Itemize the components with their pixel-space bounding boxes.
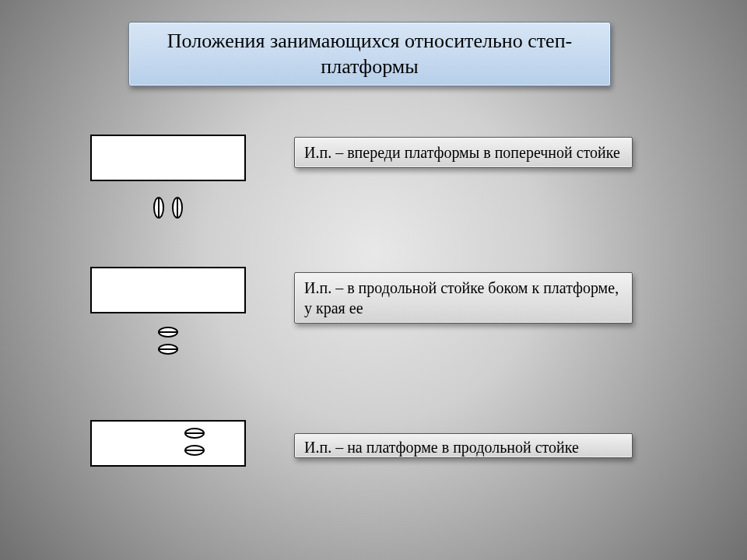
foot-icon	[153, 197, 164, 219]
platform-icon	[90, 135, 246, 181]
foot-icon	[158, 344, 178, 355]
foot-icon	[184, 428, 205, 439]
slide-title: Положения занимающихся относительно степ…	[128, 22, 611, 86]
foot-icon	[158, 327, 178, 338]
slide: Положения занимающихся относительно степ…	[0, 0, 747, 560]
foot-icon	[184, 445, 205, 456]
platform-icon	[90, 267, 246, 313]
position-description: И.п. – на платформе в продольной стойке	[294, 433, 633, 458]
foot-icon	[172, 197, 183, 219]
platform-icon	[90, 420, 246, 467]
position-description: И.п. – в продольной стойке боком к платф…	[294, 272, 633, 324]
position-description: И.п. – впереди платформы в поперечной ст…	[294, 137, 633, 168]
